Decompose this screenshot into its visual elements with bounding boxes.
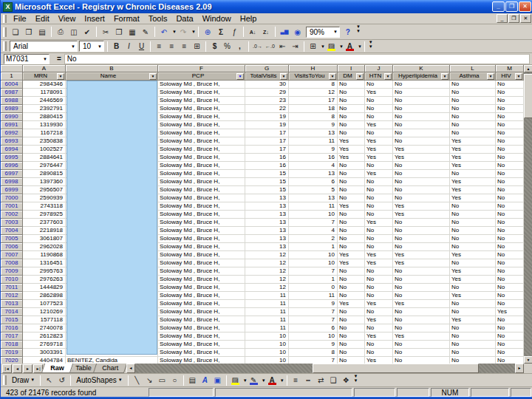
table-header-hiv[interactable]: HIV▼ — [496, 72, 524, 81]
close-button[interactable]: ✕ — [519, 1, 531, 12]
cell-hyperlipidemia[interactable]: No — [393, 186, 450, 194]
cell-htn[interactable]: No — [365, 308, 393, 316]
cell-total-visits[interactable]: 15 — [245, 170, 289, 178]
cell-hyperlipidemia[interactable]: Yes — [393, 251, 450, 259]
cell-visits-to-you[interactable]: 7 — [289, 267, 338, 276]
cell-hyperlipidemia[interactable]: Yes — [393, 300, 450, 308]
cell-total-visits[interactable]: 17 — [245, 146, 289, 154]
cell-asthma[interactable]: No — [450, 259, 496, 267]
hyperlink-button[interactable]: ⊕ — [201, 26, 214, 38]
cell-mrn[interactable]: 2377603 — [23, 219, 66, 227]
cell-mrn[interactable]: 3061807 — [23, 235, 66, 243]
cell-htn[interactable]: Yes — [365, 146, 393, 154]
horizontal-scroll-track[interactable] — [135, 364, 515, 373]
cell-total-visits[interactable]: 11 — [245, 316, 289, 324]
cell-dm[interactable]: Yes — [338, 259, 365, 267]
row-header-7010[interactable]: 7010 — [1, 276, 23, 284]
row-header-6004[interactable]: 6004 — [1, 81, 23, 89]
cell-total-visits[interactable]: 10 — [245, 349, 289, 357]
paste-button[interactable]: ▦ — [126, 26, 139, 38]
row-header-7004[interactable]: 7004 — [1, 227, 23, 235]
cell-htn[interactable]: No — [365, 194, 393, 202]
cell-hiv[interactable]: No — [496, 251, 524, 259]
cell-hiv[interactable]: No — [496, 324, 524, 332]
cell-hyperlipidemia[interactable]: No — [393, 162, 450, 170]
cell-total-visits[interactable]: 16 — [245, 154, 289, 162]
format-painter-button[interactable]: ✎ — [139, 26, 152, 38]
cell-pcp[interactable]: Soloway Md , Bruce H, — [158, 276, 245, 284]
cell-dm[interactable]: No — [338, 292, 365, 300]
percent-button[interactable]: % — [221, 41, 233, 52]
cell-hyperlipidemia[interactable]: No — [393, 341, 450, 349]
cell-visits-to-you[interactable]: 7 — [289, 308, 338, 316]
restore-button[interactable]: ❐ — [505, 1, 518, 12]
cell-pcp[interactable]: Soloway Md , Bruce H, — [158, 267, 245, 276]
cell-hyperlipidemia[interactable]: Yes — [393, 332, 450, 341]
cell-visits-to-you[interactable]: 0 — [289, 284, 338, 292]
cell-dm[interactable]: No — [338, 324, 365, 332]
cell-hyperlipidemia[interactable]: No — [393, 284, 450, 292]
filter-dropdown-totalvisits[interactable]: ▼ — [280, 73, 287, 80]
toolbar-grip[interactable] — [3, 27, 7, 37]
cell-mrn[interactable]: 2862898 — [23, 292, 66, 300]
cell-pcp[interactable]: Soloway Md , Bruce H, — [158, 97, 245, 105]
cell-hyperlipidemia[interactable]: No — [393, 113, 450, 121]
cell-hyperlipidemia[interactable]: No — [393, 243, 450, 251]
cell-hiv[interactable]: No — [496, 162, 524, 170]
row-header-1[interactable]: 1 — [1, 72, 23, 81]
cell-hyperlipidemia[interactable]: No — [393, 105, 450, 113]
cell-hyperlipidemia[interactable]: No — [393, 276, 450, 284]
cell-pcp[interactable]: Soloway Md , Bruce H, — [158, 332, 245, 341]
line-color-button[interactable]: ✎ — [248, 375, 260, 386]
cell-dm[interactable]: No — [338, 113, 365, 121]
cell-asthma[interactable]: No — [450, 170, 496, 178]
cell-visits-to-you[interactable]: 1 — [289, 243, 338, 251]
workbook-minimize-button[interactable]: _ — [497, 14, 508, 23]
cell-dm[interactable]: No — [338, 235, 365, 243]
cell-asthma[interactable]: No — [450, 349, 496, 357]
tab-chart[interactable]: Chart — [93, 364, 127, 373]
scroll-left-button[interactable]: ◄ — [126, 364, 135, 373]
column-letter-J[interactable]: J — [365, 65, 393, 72]
cell-hiv[interactable]: No — [496, 276, 524, 284]
cell-hyperlipidemia[interactable]: Yes — [393, 259, 450, 267]
cell-pcp[interactable]: Soloway Md , Bruce H, — [158, 121, 245, 129]
cell-mrn[interactable]: 1002527 — [23, 146, 66, 154]
draw-menu-button[interactable]: Draw ▼ — [9, 375, 38, 386]
cell-pcp[interactable]: Soloway Md , Bruce H, — [158, 219, 245, 227]
cell-pcp[interactable]: Soloway Md , Bruce H, — [158, 146, 245, 154]
menu-insert[interactable]: Insert — [80, 13, 109, 24]
cell-visits-to-you[interactable]: 8 — [289, 81, 338, 89]
cell-pcp[interactable]: Soloway Md , Bruce H, — [158, 284, 245, 292]
menu-edit[interactable]: Edit — [31, 13, 54, 24]
cell-hyperlipidemia[interactable]: Yes — [393, 211, 450, 219]
cell-htn[interactable]: No — [365, 129, 393, 137]
cell-asthma[interactable]: No — [450, 235, 496, 243]
cell-asthma[interactable]: No — [450, 89, 496, 97]
cell-pcp[interactable]: Soloway Md , Bruce H, — [158, 81, 245, 89]
cell-hyperlipidemia[interactable]: No — [393, 121, 450, 129]
column-letter-A[interactable]: A — [23, 65, 66, 72]
cell-pcp[interactable]: Soloway Md , Bruce H, — [158, 186, 245, 194]
cell-hiv[interactable]: No — [496, 243, 524, 251]
cell-hiv[interactable]: No — [496, 284, 524, 292]
formula-input[interactable]: No — [64, 54, 530, 64]
cell-hiv[interactable]: No — [496, 227, 524, 235]
cell-total-visits[interactable]: 23 — [245, 97, 289, 105]
name-box[interactable]: M7031 ▼ — [4, 54, 50, 64]
cell-asthma[interactable]: No — [450, 308, 496, 316]
chevron-down-icon[interactable]: ▼ — [191, 30, 196, 34]
cell-dm[interactable]: Yes — [338, 137, 365, 146]
cell-hiv[interactable]: No — [496, 154, 524, 162]
cell-asthma[interactable]: Yes — [450, 267, 496, 276]
cell-pcp[interactable]: Soloway Md , Bruce H, — [158, 202, 245, 211]
cell-htn[interactable]: Yes — [365, 121, 393, 129]
free-rotate-button[interactable]: ↺ — [55, 375, 68, 386]
cell-mrn[interactable]: 2446569 — [23, 97, 66, 105]
undo-button[interactable]: ↶ — [157, 26, 171, 38]
line-button[interactable]: ╲ — [131, 375, 143, 386]
increase-decimal-button[interactable]: .0→ — [251, 41, 264, 52]
sort-descending-button[interactable]: Z↓ — [259, 26, 273, 38]
cell-pcp[interactable]: Soloway Md , Bruce H, — [158, 162, 245, 170]
cell-mrn[interactable]: 1167218 — [23, 129, 66, 137]
